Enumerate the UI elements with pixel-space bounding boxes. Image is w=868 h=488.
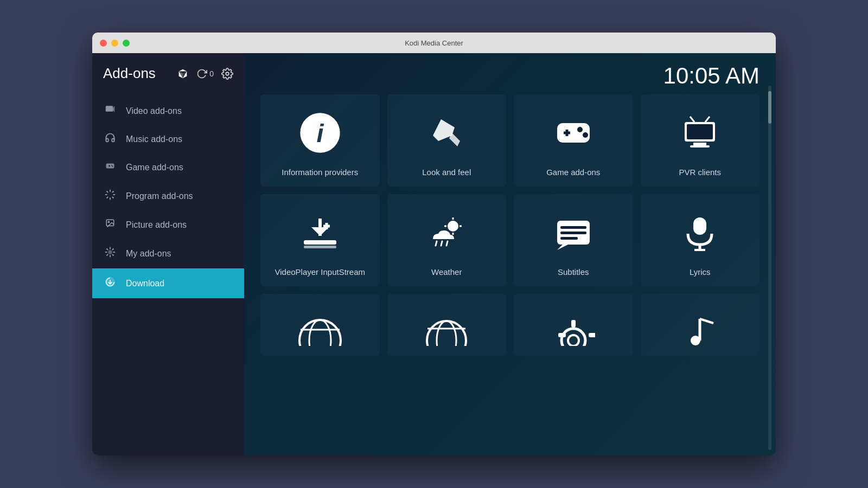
info-providers-icon: i [298, 105, 342, 160]
app-body: Add-ons [92, 53, 776, 455]
tile-row3-1[interactable] [260, 294, 380, 356]
svg-rect-43 [304, 246, 336, 248]
svg-point-6 [111, 165, 112, 166]
picture-icon [103, 219, 117, 231]
svg-point-26 [108, 251, 112, 254]
tile-row3-2[interactable] [387, 294, 507, 356]
svg-line-20 [107, 249, 108, 251]
game-nav-icon [103, 161, 117, 174]
clock-display: 10:05 AM [663, 63, 760, 89]
settings-btn[interactable] [221, 68, 233, 80]
svg-point-63 [309, 320, 331, 346]
myaddon-icon [103, 246, 117, 261]
svg-point-35 [583, 132, 588, 138]
svg-point-17 [108, 221, 109, 222]
sidebar-item-music-addons[interactable]: Music add-ons [92, 125, 244, 153]
tile-label-weather: Weather [431, 267, 462, 277]
svg-line-15 [112, 191, 114, 193]
tile-videoplayer-inputstream[interactable]: VideoPlayer InputStream [260, 194, 380, 286]
svg-marker-2 [113, 106, 114, 112]
tile-label-subtitles: Subtitles [558, 267, 589, 277]
svg-rect-38 [693, 143, 706, 145]
video-addons-label: Video add-ons [126, 106, 182, 116]
download-icon [103, 276, 117, 291]
maximize-button[interactable] [123, 40, 130, 47]
music-icon [103, 132, 117, 146]
svg-rect-16 [106, 220, 114, 226]
tile-look-and-feel[interactable]: Look and feel [387, 94, 507, 187]
look-and-feel-icon [425, 105, 468, 160]
svg-rect-1 [106, 106, 113, 112]
svg-point-46 [448, 221, 458, 232]
svg-rect-70 [571, 320, 576, 328]
svg-text:i: i [316, 119, 324, 147]
svg-rect-39 [690, 145, 710, 147]
row3-2-icon [425, 303, 468, 346]
picture-addons-label: Picture add-ons [126, 220, 187, 230]
svg-point-0 [226, 72, 229, 75]
sidebar-item-picture-addons[interactable]: Picture add-ons [92, 211, 244, 239]
tile-subtitles[interactable]: Subtitles [514, 194, 633, 286]
refresh-btn[interactable]: 0 [196, 68, 214, 79]
sidebar-item-video-addons[interactable]: Video add-ons [92, 97, 244, 125]
svg-line-10 [107, 191, 108, 193]
video-icon [103, 105, 117, 117]
svg-rect-42 [304, 240, 336, 245]
svg-point-7 [112, 166, 113, 167]
svg-rect-59 [693, 217, 706, 235]
lyrics-icon [678, 205, 722, 260]
sidebar-item-program-addons[interactable]: Program add-ons [92, 181, 244, 211]
sidebar-nav: Video add-ons Music add-ons [92, 92, 244, 455]
pvr-clients-icon [678, 105, 722, 160]
svg-line-40 [690, 117, 694, 122]
tile-row3-3[interactable] [514, 294, 633, 356]
svg-rect-56 [560, 232, 586, 234]
game-addons-label: Game add-ons [126, 163, 183, 172]
addon-grid: i Information providers [244, 89, 776, 455]
svg-line-24 [107, 254, 108, 256]
svg-line-11 [112, 197, 114, 198]
row3-3-icon [552, 303, 595, 346]
program-icon [103, 189, 117, 203]
svg-line-53 [446, 241, 448, 246]
scrollbar-thumb[interactable] [768, 91, 771, 124]
main-header: 10:05 AM [244, 53, 776, 89]
titlebar: Kodi Media Center [92, 33, 776, 53]
tile-game-addons[interactable]: Game add-ons [514, 94, 633, 187]
addons-icon-btn[interactable] [177, 68, 189, 80]
tile-pvr-clients[interactable]: PVR clients [641, 94, 760, 187]
minimize-button[interactable] [111, 40, 118, 47]
scrollbar-track [768, 86, 771, 450]
svg-line-21 [112, 254, 114, 256]
game-addons-icon [552, 105, 595, 160]
sidebar-item-download[interactable]: Download [92, 268, 244, 298]
close-button[interactable] [100, 40, 107, 47]
tile-lyrics[interactable]: Lyrics [641, 194, 760, 286]
sidebar-item-game-addons[interactable]: Game add-ons [92, 153, 244, 181]
grid-row-1: i Information providers [260, 94, 760, 187]
sidebar-item-my-addons[interactable]: My add-ons [92, 239, 244, 268]
program-addons-label: Program add-ons [126, 191, 193, 201]
videoplayer-icon [298, 205, 342, 260]
svg-point-76 [691, 336, 700, 345]
svg-rect-55 [560, 226, 586, 229]
grid-row-2: VideoPlayer InputStream [260, 194, 760, 286]
tile-row3-4[interactable] [641, 294, 760, 356]
svg-line-52 [441, 241, 442, 246]
main-content: 10:05 AM i Information providers [244, 53, 776, 455]
grid-row-3-partial [260, 294, 760, 356]
my-addons-label: My add-ons [126, 249, 171, 259]
svg-point-34 [577, 127, 583, 132]
download-label: Download [126, 279, 164, 288]
tile-weather[interactable]: Weather [387, 194, 507, 286]
svg-line-25 [112, 249, 114, 251]
svg-rect-72 [558, 333, 566, 337]
row3-4-icon [678, 303, 722, 346]
tile-information-providers[interactable]: i Information providers [260, 94, 380, 187]
traffic-lights [100, 40, 130, 47]
svg-line-14 [107, 197, 108, 198]
sidebar: Add-ons [92, 53, 244, 455]
app-window: Kodi Media Center Add-ons [92, 33, 776, 455]
svg-rect-37 [687, 124, 713, 139]
svg-marker-58 [557, 245, 568, 250]
